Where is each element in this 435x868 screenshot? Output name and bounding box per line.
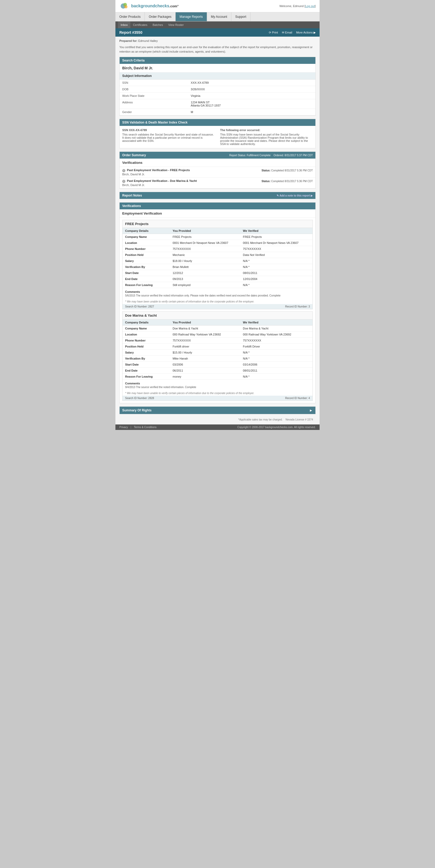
search-record-bar: Search ID Number: 2827 Record ID Number:… — [123, 304, 312, 309]
expand-icon[interactable]: ► — [309, 408, 313, 412]
sub-nav-view-roster[interactable]: View Roster — [166, 22, 186, 28]
col-header-details: Company Details — [123, 228, 170, 234]
search-id: Search ID Number: 2828 — [125, 397, 154, 400]
ssn-error-title: The following error occurred: — [220, 128, 313, 132]
site-footer: Privacy | Terms & Conditions Copyright ©… — [116, 425, 319, 430]
table-row: SSN XXX-XX-6789 — [120, 80, 315, 86]
sub-nav-inbox[interactable]: Inbox — [118, 22, 130, 28]
table-row: Verification By Brian Mullett N/A * — [123, 264, 312, 270]
ssn-check-panel: SSN Validation & Death Master Index Chec… — [119, 119, 316, 148]
table-row: Location 0001 Merchant Dr Newport News V… — [123, 240, 312, 246]
footer-copyright: Copyright © 2000-2017 backgroundchecks.c… — [238, 426, 316, 429]
comments-section: Comments 5/6/2015 The source verified th… — [123, 288, 312, 299]
welcome-text: Welcome, Edmund [Log out] — [279, 4, 316, 8]
company-name: Doe Marina & Yacht — [123, 312, 312, 319]
footer-terms-link[interactable]: Terms & Conditions — [134, 426, 157, 429]
logo: backgroundchecks.com° — [119, 2, 179, 10]
verifications-section-header: Verifications — [120, 203, 315, 209]
logout-link[interactable]: Log out — [305, 4, 315, 8]
company-block-free-projects: FREE Projects Company Details You Provid… — [122, 220, 313, 309]
table-row: Start Date 12/2012 08/01/2011 — [123, 270, 312, 276]
print-button[interactable]: Print — [269, 31, 278, 34]
search-id: Search ID Number: 2827 — [125, 305, 154, 308]
email-icon — [282, 31, 284, 34]
table-row: Reason For Leaving money N/A * — [123, 374, 312, 380]
more-actions-icon — [314, 31, 316, 34]
table-row: Verification By Mike Hanah N/A * — [123, 355, 312, 362]
verification-status: Status: Completed 8/31/2017 5:36 PM CDT — [261, 169, 313, 172]
ssn-right: The following error occurred: This SSN m… — [220, 128, 313, 146]
email-button[interactable]: Email — [282, 31, 292, 34]
main-nav: Order Products Order Packages Manage Rep… — [116, 12, 319, 22]
report-notes-panel: Report Notes Add a note to this report — [119, 192, 316, 199]
table-row: Position Held Forklift driver Forklift D… — [123, 344, 312, 350]
sub-nav-certificates[interactable]: Certificates — [130, 22, 150, 28]
order-summary-panel: Order Summary Report Status: Fulfillment… — [119, 152, 316, 189]
col-header-details: Company Details — [123, 319, 170, 326]
table-row: Gender M — [120, 109, 315, 115]
verification-row: i Past Employment Verification - Doe Mar… — [120, 178, 315, 188]
report-notes-header: Report Notes Add a note to this report — [120, 192, 315, 199]
record-id: Record ID Number: 3 — [285, 305, 310, 308]
summary-of-rights-panel: Summary Of Rights ► — [119, 406, 316, 414]
ssn-error-text: This SSN may have been issued as part of… — [220, 133, 313, 146]
search-record-bar: Search ID Number: 2828 Record ID Number:… — [123, 396, 312, 401]
order-summary-header: Order Summary Report Status: Fulfillment… — [120, 152, 315, 159]
table-row: End Date 09/2013 12/01/2004 — [123, 276, 312, 282]
verifications-summary-title: Verifications — [120, 159, 315, 167]
verifications-detail-section: Verifications Employment Verification FR… — [119, 202, 316, 403]
company-block-doe-marina: Doe Marina & Yacht Company Details You P… — [122, 311, 313, 401]
arrow-right-icon — [311, 194, 313, 197]
verification-subject: Birch, David M Jr. — [122, 172, 313, 176]
more-actions-button[interactable]: More Actions — [296, 31, 316, 34]
prepared-for: Prepared for: Edmund Halley — [119, 39, 316, 42]
table-row: Location 000 Railroad Way Yorktown VA 23… — [123, 332, 312, 338]
verification-row: i Past Employment Verification - FREE Pr… — [120, 167, 315, 178]
summary-of-rights-header: Summary Of Rights ► — [120, 407, 315, 414]
report-title: Report #3550 — [119, 30, 143, 35]
nav-order-products[interactable]: Order Products — [116, 12, 145, 21]
report-actions: Print Email More Actions — [269, 31, 316, 34]
ssn-number: SSN XXX-XX-6789 — [122, 128, 215, 132]
verification-name: i Past Employment Verification - FREE Pr… — [122, 168, 190, 172]
comments-text: 9/4/2013 The source verified the noted i… — [125, 386, 310, 389]
info-icon: i — [122, 180, 125, 183]
search-criteria-panel: Search Criteria Birch, David M Jr. Subje… — [119, 57, 316, 116]
logo-text: backgroundchecks.com° — [131, 4, 179, 8]
verification-row-header: i Past Employment Verification - Doe Mar… — [122, 179, 313, 183]
subject-info-table: SSN XXX-XX-6789 DOB 3/26/XXXX Work Place… — [120, 80, 315, 115]
ssn-description: This search validates the Social Securit… — [122, 133, 215, 142]
sub-nav: Inbox Certificates Batches View Roster — [116, 22, 319, 28]
order-summary-status: Report Status: Fulfillment Complete Orde… — [229, 154, 313, 157]
nav-manage-reports[interactable]: Manage Reports — [176, 12, 207, 21]
subject-name: Birch, David M Jr. — [120, 64, 315, 72]
verification-table: Company Details You Provided We Verified… — [123, 228, 312, 288]
add-note-link[interactable]: Add a note to this report — [277, 194, 313, 197]
table-row: Work Place State Virginia — [120, 93, 315, 99]
nav-order-packages[interactable]: Order Packages — [145, 12, 176, 21]
footer-privacy-link[interactable]: Privacy — [119, 426, 128, 429]
print-icon — [269, 31, 271, 34]
verification-status: Status: Completed 8/31/2017 5:36 PM CDT — [261, 180, 313, 183]
nav-support[interactable]: Support — [231, 12, 250, 21]
tax-note: *Applicable sales tax may be charged. Ne… — [119, 417, 316, 422]
table-row: Phone Number 757XXXXXXX 757XXXXXXX — [123, 338, 312, 344]
comments-text: 5/6/2015 The source verified the noted i… — [125, 294, 310, 297]
footnote: * We may have been unable to verify cert… — [123, 391, 312, 396]
record-id: Record ID Number: 4 — [285, 397, 310, 400]
report-header: Report #3550 Print Email More Actions — [116, 28, 319, 37]
table-row: Start Date 03/2006 03/14/2006 — [123, 362, 312, 368]
footer-links: Privacy | Terms & Conditions — [119, 426, 157, 429]
col-header-provided: You Provided — [170, 319, 241, 326]
nav-my-account[interactable]: My Account — [207, 12, 231, 21]
subject-info-header: Subject Information — [120, 72, 315, 80]
col-header-provided: You Provided — [170, 228, 241, 234]
info-icon: i — [122, 169, 125, 172]
ssn-check-header: SSN Validation & Death Master Index Chec… — [120, 119, 315, 126]
comments-label: Comments — [125, 382, 310, 385]
col-header-verified: We Verified — [240, 228, 312, 234]
table-row: Company Name Doe Marina & Yacht Doe Mari… — [123, 326, 312, 332]
sub-nav-batches[interactable]: Batches — [150, 22, 166, 28]
table-row: DOB 3/26/XXXX — [120, 86, 315, 93]
certification-text: You certified that you were ordering thi… — [119, 45, 316, 54]
